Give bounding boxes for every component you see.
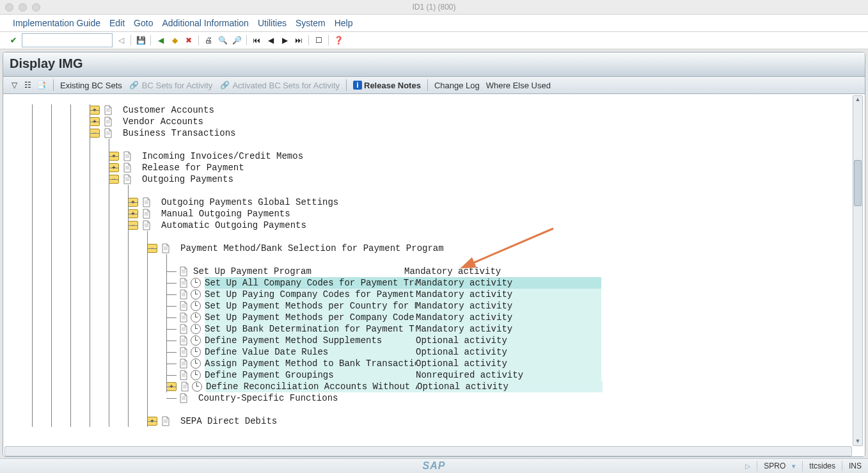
- img-tree[interactable]: Customer Accounts Vendor Accounts Busine…: [3, 94, 852, 447]
- cancel-icon[interactable]: ✖: [183, 35, 194, 46]
- tree-row[interactable]: Define Value Date RulesOptional activity: [3, 346, 852, 358]
- tree-row[interactable]: Set Up All Company Codes for Payment Tra…: [3, 277, 852, 289]
- execute-icon[interactable]: [191, 370, 201, 380]
- menu-utilities[interactable]: Utilities: [258, 18, 287, 28]
- tree-row[interactable]: Define Payment GroupingsNonrequired acti…: [3, 369, 852, 381]
- document-icon[interactable]: [179, 393, 188, 403]
- document-icon[interactable]: [123, 163, 132, 173]
- scrollbar-vertical[interactable]: ▲ ▼: [853, 95, 863, 446]
- document-icon[interactable]: [104, 116, 113, 127]
- document-icon[interactable]: [179, 358, 188, 369]
- menu-system[interactable]: System: [296, 18, 326, 28]
- command-field[interactable]: [22, 33, 113, 47]
- menu-edit[interactable]: Edit: [109, 18, 125, 28]
- tree-node-label: Outgoing Payments: [142, 173, 233, 185]
- document-icon[interactable]: [179, 312, 188, 323]
- document-icon[interactable]: [142, 209, 151, 219]
- document-icon[interactable]: [123, 174, 132, 184]
- tree-row[interactable]: [3, 185, 852, 196]
- tree-row[interactable]: Set Up Bank Determination for Payment Tr…: [3, 323, 852, 335]
- print-icon[interactable]: 🖨: [203, 35, 214, 46]
- tree-row[interactable]: Set Up Payment ProgramMandatory activity: [3, 266, 852, 277]
- help-icon[interactable]: ❓: [333, 35, 344, 46]
- execute-icon[interactable]: [191, 289, 201, 300]
- menu-help[interactable]: Help: [335, 18, 353, 28]
- tree-row[interactable]: [3, 231, 852, 243]
- execute-icon[interactable]: [191, 358, 201, 369]
- prev-page-icon[interactable]: ◀: [265, 35, 276, 46]
- document-icon[interactable]: [161, 243, 170, 253]
- scrollbar-horizontal[interactable]: [4, 446, 852, 456]
- document-icon[interactable]: [161, 416, 170, 426]
- add-icon[interactable]: 📑: [35, 79, 47, 91]
- back-icon[interactable]: ◀: [155, 35, 166, 46]
- tree-row[interactable]: Outgoing Payments: [3, 173, 852, 185]
- tree-row[interactable]: Outgoing Payments Global Settings: [3, 196, 852, 208]
- menu-goto[interactable]: Goto: [134, 18, 153, 28]
- execute-icon[interactable]: [192, 381, 202, 392]
- tree-row[interactable]: Business Transactions: [3, 127, 852, 139]
- document-icon[interactable]: [180, 381, 189, 392]
- release-notes[interactable]: Release Notes: [364, 81, 421, 90]
- document-icon[interactable]: [123, 151, 132, 161]
- menu-additional-information[interactable]: Additional Information: [162, 18, 248, 28]
- next-page-icon[interactable]: ▶: [279, 35, 290, 46]
- first-page-icon[interactable]: ⏮: [251, 35, 262, 46]
- document-icon[interactable]: [142, 220, 151, 230]
- save-icon[interactable]: 💾: [135, 35, 146, 46]
- execute-icon[interactable]: [191, 301, 201, 311]
- execute-icon[interactable]: [191, 347, 201, 357]
- tree-row[interactable]: Automatic Outgoing Payments: [3, 220, 852, 231]
- tree-row[interactable]: [3, 404, 852, 415]
- execute-icon[interactable]: [191, 278, 201, 288]
- status-dropdown-icon[interactable]: ▾: [792, 462, 796, 470]
- document-icon[interactable]: [104, 128, 113, 138]
- document-icon[interactable]: [179, 301, 188, 311]
- tree-row[interactable]: Manual Outgoing Payments: [3, 208, 852, 220]
- tree-row[interactable]: Assign Payment Method to Bank Transactio…: [3, 358, 852, 369]
- tree-row[interactable]: Release for Payment: [3, 162, 852, 173]
- new-session-icon[interactable]: ☐: [313, 35, 324, 46]
- tree-row[interactable]: Country-Specific Functions: [3, 392, 852, 404]
- tree-icon[interactable]: ☷: [22, 79, 33, 91]
- existing-bc-sets[interactable]: Existing BC Sets: [60, 81, 122, 90]
- find-next-icon[interactable]: 🔎: [231, 35, 242, 46]
- tree-row[interactable]: [3, 254, 852, 266]
- document-icon[interactable]: [179, 278, 188, 288]
- document-icon[interactable]: [179, 335, 188, 346]
- tree-row[interactable]: Set Up Paying Company Codes for Payment …: [3, 289, 852, 300]
- document-icon[interactable]: [179, 324, 188, 334]
- find-icon[interactable]: 🔍: [217, 35, 228, 46]
- exit-icon[interactable]: ◆: [169, 35, 180, 46]
- execute-icon[interactable]: [191, 324, 201, 334]
- document-icon[interactable]: [179, 266, 188, 277]
- tree-row[interactable]: Set Up Payment Methods per Country for P…: [3, 300, 852, 312]
- traffic-close[interactable]: [5, 3, 13, 12]
- tree-row[interactable]: Payment Method/Bank Selection for Paymen…: [3, 243, 852, 254]
- expand-favorites-icon[interactable]: ▽: [8, 79, 20, 91]
- change-log[interactable]: Change Log: [434, 81, 480, 90]
- status-expand-icon[interactable]: ▷: [745, 462, 750, 470]
- tree-row[interactable]: Incoming Invoices/Credit Memos: [3, 150, 852, 162]
- document-icon[interactable]: [104, 105, 113, 115]
- tree-row[interactable]: SEPA Direct Debits: [3, 415, 852, 427]
- tree-row[interactable]: [3, 139, 852, 150]
- document-icon[interactable]: [179, 289, 188, 300]
- menu-implementation-guide[interactable]: Implementation Guide: [13, 18, 100, 28]
- execute-icon[interactable]: [191, 335, 201, 346]
- dropdown-icon[interactable]: ◁: [115, 35, 127, 46]
- tree-row[interactable]: Set Up Payment Methods per Company Code …: [3, 312, 852, 323]
- tree-row[interactable]: Define Reconciliation Accounts Without A…: [3, 381, 852, 392]
- tree-row[interactable]: Customer Accounts: [3, 104, 852, 116]
- traffic-minimize[interactable]: [19, 3, 27, 12]
- execute-icon[interactable]: [191, 312, 201, 323]
- document-icon[interactable]: [142, 197, 151, 207]
- enter-icon[interactable]: ✔: [8, 35, 19, 46]
- last-page-icon[interactable]: ⏭: [293, 35, 304, 46]
- tree-row[interactable]: Define Payment Method SupplementsOptiona…: [3, 335, 852, 346]
- where-else-used[interactable]: Where Else Used: [486, 81, 551, 90]
- document-icon[interactable]: [179, 347, 188, 357]
- tree-row[interactable]: Vendor Accounts: [3, 116, 852, 127]
- document-icon[interactable]: [179, 370, 188, 380]
- traffic-zoom[interactable]: [32, 3, 40, 12]
